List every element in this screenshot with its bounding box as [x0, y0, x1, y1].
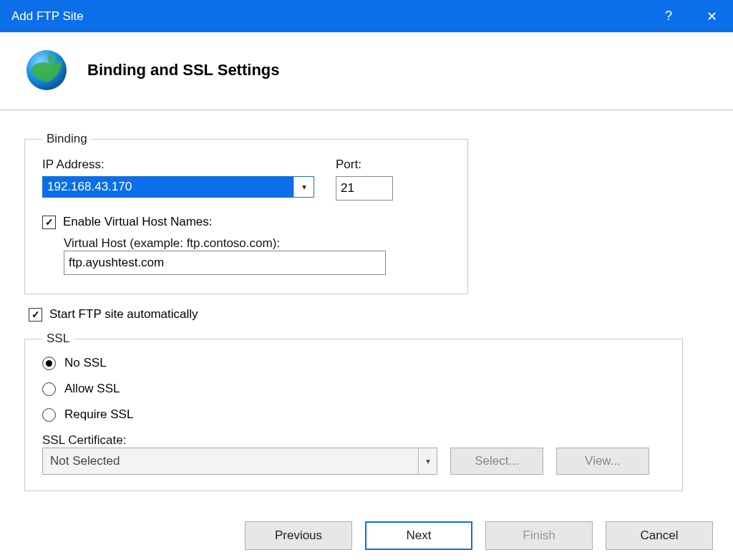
chevron-down-icon[interactable]: ▾: [293, 177, 314, 197]
binding-group: Binding IP Address: ▾ Port: Enable Virtu…: [24, 132, 468, 294]
no-ssl-radio[interactable]: [42, 357, 56, 370]
binding-legend: Binding: [42, 132, 92, 146]
no-ssl-label: No SSL: [64, 356, 107, 370]
enable-virtual-host-label: Enable Virtual Host Names:: [63, 215, 213, 229]
page-title: Binding and SSL Settings: [87, 61, 280, 79]
virtual-host-label: Virtual Host (example: ftp.contoso.com):: [64, 236, 280, 250]
allow-ssl-label: Allow SSL: [64, 382, 120, 396]
help-button[interactable]: ?: [647, 0, 690, 32]
ssl-group: SSL No SSL Allow SSL Require SSL SSL Cer…: [24, 332, 683, 491]
cancel-button[interactable]: Cancel: [606, 521, 713, 550]
require-ssl-radio[interactable]: [42, 408, 56, 422]
ssl-view-button: View...: [556, 448, 649, 475]
next-button[interactable]: Next: [365, 521, 472, 550]
start-ftp-auto-checkbox[interactable]: [29, 308, 42, 322]
virtual-host-input[interactable]: [64, 251, 386, 275]
ssl-certificate-select[interactable]: Not Selected ▾: [42, 448, 437, 475]
ssl-certificate-value: Not Selected: [50, 454, 120, 468]
ssl-certificate-label: SSL Certificate:: [42, 433, 126, 447]
finish-button: Finish: [485, 521, 593, 550]
require-ssl-label: Require SSL: [64, 407, 133, 422]
ip-address-input[interactable]: [43, 177, 293, 197]
ip-address-combo[interactable]: ▾: [42, 176, 314, 198]
allow-ssl-radio[interactable]: [42, 382, 56, 396]
start-ftp-auto-label: Start FTP site automatically: [49, 307, 198, 322]
wizard-buttons: Previous Next Finish Cancel: [245, 521, 713, 550]
previous-button[interactable]: Previous: [245, 521, 352, 550]
titlebar: Add FTP Site ? ✕: [0, 0, 733, 32]
port-label: Port:: [336, 158, 393, 172]
ssl-select-button: Select...: [450, 448, 543, 475]
chevron-down-icon[interactable]: ▾: [418, 448, 437, 474]
window-title: Add FTP Site: [11, 9, 647, 24]
close-button[interactable]: ✕: [690, 0, 733, 32]
ip-address-label: IP Address:: [42, 158, 314, 172]
port-input[interactable]: [336, 176, 393, 201]
enable-virtual-host-checkbox[interactable]: [42, 216, 56, 229]
globe-icon: [21, 45, 72, 95]
wizard-header: Binding and SSL Settings: [0, 32, 733, 110]
ssl-legend: SSL: [42, 332, 74, 346]
